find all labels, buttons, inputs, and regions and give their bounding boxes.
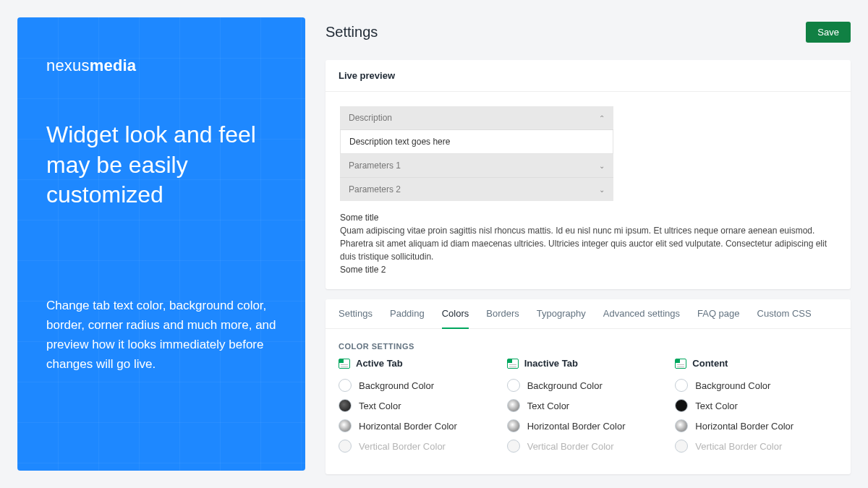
col-title: Inactive Tab	[524, 358, 578, 369]
color-label: Horizontal Border Color	[527, 421, 626, 432]
chevron-up-icon: ⌃	[599, 114, 605, 122]
tab-padding[interactable]: Padding	[390, 308, 425, 328]
color-label: Vertical Border Color	[527, 441, 614, 452]
color-row-hborder[interactable]: Horizontal Border Color	[339, 419, 501, 432]
color-swatch	[675, 440, 688, 453]
save-button[interactable]: Save	[806, 22, 851, 43]
tab-colors[interactable]: Colors	[442, 308, 469, 329]
tab-preview-icon	[675, 359, 686, 369]
tab-borders[interactable]: Borders	[486, 308, 519, 328]
color-swatch	[507, 399, 520, 412]
col-content: Content Background Color Text Color Hori…	[675, 358, 838, 460]
color-row-bg[interactable]: Background Color	[339, 379, 501, 392]
tab-typography[interactable]: Typography	[537, 308, 586, 328]
color-label: Vertical Border Color	[359, 441, 446, 452]
promo-headline: Widget look and feel may be easily custo…	[46, 120, 276, 210]
color-label: Text Color	[527, 401, 570, 411]
color-label: Background Color	[527, 380, 603, 391]
color-swatch	[675, 399, 688, 412]
color-label: Background Color	[695, 380, 770, 391]
color-row-hborder[interactable]: Horizontal Border Color	[507, 419, 670, 432]
color-columns: Active Tab Background Color Text Color H…	[326, 358, 851, 474]
tab-custom-css[interactable]: Custom CSS	[757, 308, 812, 328]
accordion-item-description[interactable]: Description ⌃	[340, 106, 613, 130]
accordion-title: Parameters 2	[349, 184, 401, 194]
chevron-down-icon: ⌄	[599, 162, 605, 170]
accordion-content: Description text goes here	[340, 130, 613, 154]
color-label: Horizontal Border Color	[695, 421, 793, 432]
tab-advanced-settings[interactable]: Advanced settings	[603, 308, 680, 328]
color-row-vborder[interactable]: Vertical Border Color	[507, 440, 670, 453]
accordion-title: Description	[349, 113, 392, 123]
col-head-active: Active Tab	[339, 358, 501, 369]
color-label: Text Color	[695, 401, 738, 411]
color-swatch	[339, 399, 352, 412]
preview-accordion: Description ⌃ Description text goes here…	[340, 106, 613, 201]
page-title: Settings	[326, 24, 378, 40]
color-label: Vertical Border Color	[695, 441, 782, 452]
tab-faq-page[interactable]: FAQ page	[697, 308, 740, 328]
page-header: Settings Save	[326, 17, 851, 47]
logo-bold: media	[90, 56, 137, 74]
color-label: Horizontal Border Color	[359, 421, 457, 432]
col-head-inactive: Inactive Tab	[507, 358, 670, 369]
color-row-text[interactable]: Text Color	[507, 399, 670, 412]
col-inactive-tab: Inactive Tab Background Color Text Color…	[507, 358, 670, 460]
accordion-title: Parameters 1	[349, 160, 401, 171]
color-swatch	[507, 379, 520, 392]
live-preview-body: Description ⌃ Description text goes here…	[326, 92, 851, 289]
color-swatch	[675, 379, 688, 392]
color-label: Text Color	[359, 401, 401, 411]
col-title: Active Tab	[356, 358, 403, 369]
accordion-item-parameters-2[interactable]: Parameters 2 ⌄	[340, 178, 613, 201]
col-head-content: Content	[675, 358, 838, 369]
color-swatch	[339, 379, 352, 392]
tab-settings[interactable]: Settings	[339, 308, 373, 328]
color-row-text[interactable]: Text Color	[675, 399, 838, 412]
promo-sidebar: nexusmedia Widget look and feel may be e…	[17, 17, 305, 471]
settings-card: Settings Padding Colors Borders Typograp…	[326, 299, 851, 474]
color-swatch	[507, 440, 520, 453]
logo: nexusmedia	[46, 56, 276, 75]
tab-preview-icon	[507, 359, 519, 369]
color-swatch	[339, 419, 352, 432]
tab-preview-icon	[339, 359, 350, 369]
color-swatch	[339, 440, 352, 453]
color-label: Background Color	[359, 380, 434, 391]
color-settings-label: COLOR SETTINGS	[326, 329, 851, 358]
settings-tabs: Settings Padding Colors Borders Typograp…	[326, 299, 851, 329]
color-swatch	[507, 419, 520, 432]
live-preview-card: Live preview Description ⌃ Description t…	[326, 60, 851, 289]
color-row-vborder[interactable]: Vertical Border Color	[675, 440, 838, 453]
color-row-hborder[interactable]: Horizontal Border Color	[675, 419, 838, 432]
promo-subtext: Change tab text color, background color,…	[46, 296, 276, 374]
color-row-bg[interactable]: Background Color	[675, 379, 838, 392]
color-row-text[interactable]: Text Color	[339, 399, 501, 412]
col-active-tab: Active Tab Background Color Text Color H…	[339, 358, 501, 460]
color-row-bg[interactable]: Background Color	[507, 379, 670, 392]
preview-some-title-2: Some title 2	[340, 265, 836, 275]
chevron-down-icon: ⌄	[599, 186, 605, 194]
color-swatch	[675, 419, 688, 432]
main-area: Settings Save Live preview Description ⌃…	[326, 17, 851, 471]
preview-some-title-1: Some title	[340, 213, 836, 223]
live-preview-header: Live preview	[326, 60, 851, 92]
preview-body-text: Quam adipiscing vitae proin sagittis nis…	[340, 224, 836, 263]
accordion-item-parameters-1[interactable]: Parameters 1 ⌄	[340, 154, 613, 178]
logo-light: nexus	[46, 56, 90, 74]
color-row-vborder[interactable]: Vertical Border Color	[339, 440, 501, 453]
col-title: Content	[692, 358, 728, 369]
